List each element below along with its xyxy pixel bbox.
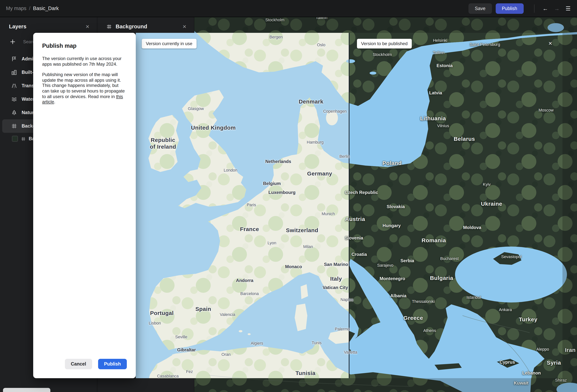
topbar: My maps / Basic_Dark Save Publish ← → ☰ [0,0,577,17]
close-icon[interactable]: ✕ [181,22,188,31]
add-layer-button[interactable] [9,38,16,45]
hamburger-menu-icon[interactable]: ☰ [566,5,571,12]
breadcrumb-current-map: Basic_Dark [33,6,59,11]
dialog-paragraph-2-period: . [54,99,55,105]
map-pane-current-version[interactable] [136,33,349,378]
version-compare-view: Version currently in use Version to be p… [136,33,562,378]
undo-arrow-icon[interactable]: ← [540,4,551,13]
version-current-badge: Version currently in use [142,39,196,48]
breadcrumb-my-maps[interactable]: My maps [6,6,27,11]
grid-icon [106,24,112,29]
flag-icon [11,56,17,62]
compare-divider[interactable] [349,33,350,378]
app-window: My maps / Basic_Dark Save Publish ← → ☰ … [0,0,577,392]
color-swatch[interactable] [12,136,18,142]
dialog-paragraph-1: The version currently in use across your… [42,56,127,67]
topbar-divider [534,4,534,12]
redo-arrow-icon[interactable]: → [551,4,563,13]
publish-button[interactable]: Publish [496,3,523,14]
breadcrumb-separator: / [29,6,31,11]
road-icon [11,83,17,89]
version-published-badge: Version to be published [357,39,412,48]
save-button[interactable]: Save [469,3,492,14]
bottom-panel-handle[interactable] [3,388,50,392]
tree-icon [11,110,17,116]
dialog-title: Publish map [42,42,127,49]
buildings-icon [11,69,17,75]
close-icon[interactable]: ✕ [548,41,552,46]
layers-panel-title: Layers [9,24,84,30]
dialog-publish-button[interactable]: Publish [98,359,127,369]
waves-icon [11,96,17,102]
publish-map-dialog: Publish map The version currently in use… [33,33,136,378]
dialog-paragraph-2-text: Publishing new version of the map will u… [42,72,125,99]
grid-icon [11,123,17,129]
dialog-paragraph-2: Publishing new version of the map will u… [42,72,127,105]
cancel-button[interactable]: Cancel [65,359,92,369]
close-icon[interactable]: ✕ [84,22,91,31]
grid-icon [21,136,26,141]
background-panel-title: Background [116,24,181,30]
map-pane-new-version[interactable] [349,33,562,378]
breadcrumb: My maps / Basic_Dark [6,6,59,11]
